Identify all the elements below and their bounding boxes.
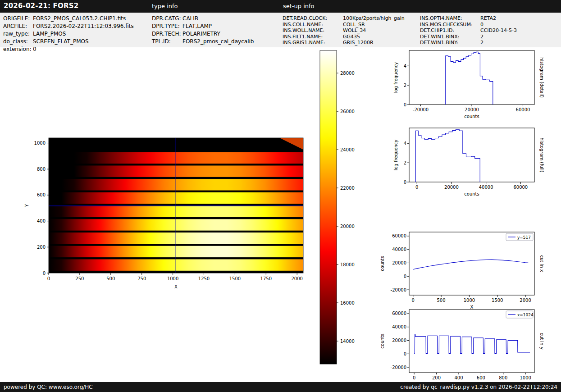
info-label: DET.WIN1.BINX: [420,34,480,40]
svg-text:-20000: -20000 [391,365,406,370]
info-label: ORIGFILE: [3,15,33,23]
info-row: DPR.CATG:CALIB [152,15,254,23]
svg-text:0: 0 [415,185,418,190]
svg-text:1250: 1250 [198,276,210,281]
svg-text:0: 0 [413,375,415,380]
info-label: INS.OPTI4.NAME: [420,15,480,22]
svg-text:750: 750 [137,276,146,281]
info-label: DET.READ.CLOCK: [283,15,343,22]
report-title: 2026-02-21: FORS2 [4,2,78,10]
info-label: extension: [3,46,33,53]
svg-text:500: 500 [437,298,446,303]
svg-text:20000: 20000 [392,338,406,343]
svg-text:40000: 40000 [479,185,493,190]
svg-text:400: 400 [37,219,46,223]
svg-text:histogram (full): histogram (full) [539,137,544,172]
info-value: POLARIMETRY [182,30,220,38]
svg-text:counts: counts [464,191,479,196]
info-row: DET.WIN1.BINX:2 [420,34,517,40]
svg-text:cut in y: cut in y [539,333,544,349]
info-label: ARCFILE: [3,23,33,30]
info-row: do_class:SCREEN_FLAT_PMOS [3,38,134,46]
info-row: INS.GRIS1.NAME:GRIS_1200R [283,40,405,46]
info-label: DPR.TECH: [152,30,182,38]
info-value: GRIS_1200R [343,40,374,46]
svg-text:2: 2 [404,160,406,165]
info-value: 2 [480,40,483,46]
svg-text:600: 600 [37,192,46,197]
svg-text:2000: 2000 [291,276,302,281]
info-label: INS.FILT1.NAME: [283,34,343,40]
type-info-block: DPR.CATG:CALIB DPR.TYPE:FLAT,LAMP DPR.TE… [152,15,254,46]
info-row: INS.FILT1.NAME:GG435 [283,34,405,40]
svg-text:800: 800 [37,167,46,172]
svg-text:log frequency: log frequency [393,140,398,171]
info-value: FLAT,LAMP [182,23,212,30]
info-row: ORIGFILE:FORS2_PMOS_CAL053.2.CHIP1.fits [3,15,134,23]
svg-text:counts: counts [464,114,479,119]
setup-info-block-2: INS.OPTI4.NAME:RETA2 INS.MOS.CHECKSUM:0 … [420,15,517,46]
svg-text:20000: 20000 [465,107,479,112]
svg-text:1000: 1000 [167,276,178,281]
info-row: TPL.ID:FORS2_pmos_cal_daycalib [152,38,254,46]
info-row: ARCFILE:FORS2.2026-02-22T11:12:03.996.fi… [3,23,134,30]
svg-text:500: 500 [106,276,115,281]
info-row: INS.COLL.NAME:COLL_SR [283,22,405,28]
svg-text:X: X [174,284,178,289]
svg-text:0: 0 [47,276,50,281]
svg-text:200: 200 [432,375,441,380]
info-label: INS.MOS.CHECKSUM: [420,22,480,28]
info-value: 0 [480,22,483,28]
svg-text:20000: 20000 [340,224,355,229]
info-row: raw_type:LAMP_PMOS [3,30,134,38]
svg-text:x=1024: x=1024 [517,313,534,317]
info-row: DPR.TECH:POLARIMETRY [152,30,254,38]
svg-text:60000: 60000 [513,185,528,190]
svg-text:log frequency: log frequency [393,62,398,93]
info-value: FORS2_PMOS_CAL053.2.CHIP1.fits [33,15,126,23]
svg-text:y=517: y=517 [517,235,531,240]
svg-text:X: X [470,305,474,310]
svg-text:16000: 16000 [340,301,355,305]
info-label: do_class: [3,38,33,46]
info-value: FORS2_pmos_cal_daycalib [182,38,254,46]
footer-bar: powered by QC: www.eso.org/HC created by… [0,382,561,392]
svg-text:cut in x: cut in x [539,255,544,272]
info-value: WOLL_34 [343,27,366,34]
svg-text:1500: 1500 [492,298,503,303]
svg-text:40000: 40000 [392,324,406,329]
info-value: CCID20-14-5-3 [480,27,517,34]
svg-text:counts: counts [380,256,385,271]
info-value: LAMP_PMOS [33,30,66,38]
svg-text:22000: 22000 [340,186,355,191]
svg-text:26000: 26000 [340,109,355,114]
svg-text:2000: 2000 [520,298,531,303]
info-row: INS.WOLL.NAME:WOLL_34 [283,27,405,34]
histogram-detail-plot: -200002000060000024countslog frequencyhi… [393,50,544,119]
svg-text:24000: 24000 [340,147,355,152]
svg-text:40000: 40000 [392,247,406,252]
info-row: DET.READ.CLOCK:100Kps/2ports/high_gain [283,15,405,22]
info-value: SCREEN_FLAT_PMOS [33,38,89,46]
svg-text:4: 4 [404,64,406,68]
info-row: INS.OPTI4.NAME:RETA2 [420,15,517,22]
info-label: INS.GRIS1.NAME: [283,40,343,46]
setup-info-heading: set-up info [283,3,315,9]
info-value: CALIB [182,15,198,23]
info-label: INS.WOLL.NAME: [283,27,343,34]
svg-text:-20000: -20000 [391,287,406,292]
svg-text:1000: 1000 [34,141,46,146]
svg-text:0: 0 [404,102,406,107]
info-label: DPR.TYPE: [152,23,182,30]
svg-text:1000: 1000 [464,298,475,303]
svg-text:60000: 60000 [392,311,406,316]
svg-text:histogram (detail): histogram (detail) [539,57,544,98]
info-value: GG435 [343,34,360,40]
header-bar: 2026-02-21: FORS2 type info set-up info [0,0,561,13]
svg-text:Y: Y [24,204,29,207]
svg-text:20000: 20000 [392,260,406,265]
info-value: 0 [33,46,36,53]
svg-text:1750: 1750 [260,276,272,281]
info-row: INS.MOS.CHECKSUM:0 [420,22,517,28]
svg-text:0: 0 [404,274,406,279]
